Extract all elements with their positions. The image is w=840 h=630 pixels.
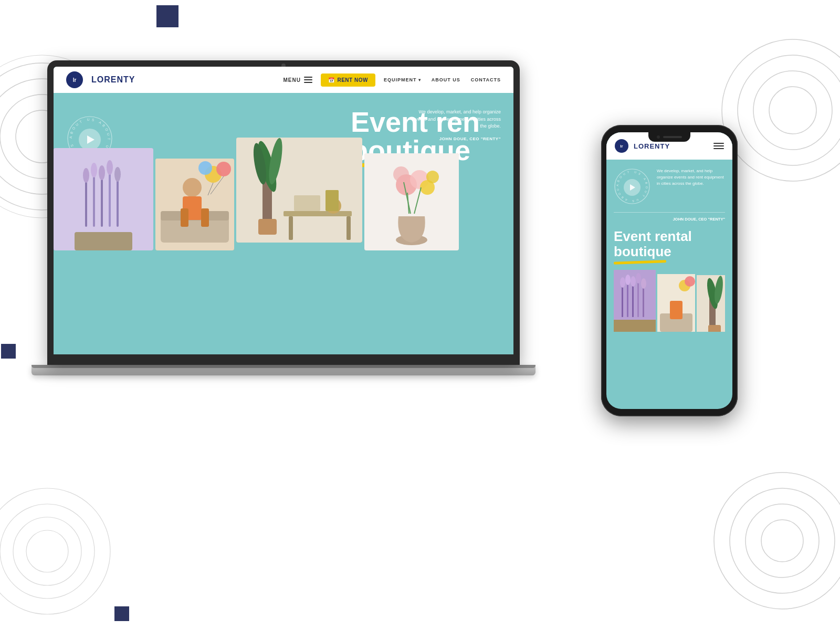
laptop-screen: lr LORENTY MENU 📅 RENT NOW EQUIPMENT bbox=[54, 67, 513, 354]
phone-about-circle[interactable]: ABOUT US ABOUT US ABOUT US A bbox=[614, 168, 650, 207]
svg-point-40 bbox=[198, 161, 212, 175]
flowers-svg bbox=[364, 153, 459, 250]
svg-point-39 bbox=[216, 162, 231, 176]
svg-point-28 bbox=[107, 160, 113, 175]
phone-image-collage bbox=[614, 264, 725, 332]
phone-logo-initial: lr bbox=[620, 144, 623, 149]
menu-line-1 bbox=[304, 77, 312, 78]
phone-frame: lr LORENTY bbox=[601, 125, 738, 416]
svg-point-12 bbox=[714, 472, 840, 609]
laptop-navbar: lr LORENTY MENU 📅 RENT NOW EQUIPMENT bbox=[54, 67, 513, 93]
decorative-square-3 bbox=[114, 606, 129, 621]
phone-plants-svg bbox=[697, 275, 725, 332]
phone-hero-text-block: We develop, market, and help organize ev… bbox=[657, 168, 725, 187]
svg-rect-89 bbox=[708, 325, 721, 332]
menu-line-3 bbox=[304, 82, 312, 83]
svg-point-27 bbox=[99, 165, 105, 180]
rent-label: RENT NOW bbox=[337, 77, 368, 83]
svg-point-25 bbox=[83, 168, 89, 183]
svg-point-10 bbox=[746, 504, 819, 578]
circles-right-bottom-decoration bbox=[709, 467, 840, 614]
svg-rect-50 bbox=[289, 216, 293, 240]
phone-play-button[interactable] bbox=[624, 179, 640, 196]
phone-play-icon bbox=[630, 184, 635, 191]
svg-point-6 bbox=[753, 71, 832, 150]
svg-rect-21 bbox=[93, 174, 95, 227]
laptop-nav-links: EQUIPMENT ABOUT US CONTACTS bbox=[384, 77, 501, 82]
calendar-icon: 📅 bbox=[328, 77, 335, 83]
laptop-logo-name: LORENTY bbox=[91, 75, 275, 85]
menu-label: MENU bbox=[284, 77, 301, 83]
svg-point-76 bbox=[636, 273, 641, 284]
svg-rect-30 bbox=[75, 232, 132, 250]
phone-menu-line-1 bbox=[713, 143, 724, 144]
phone-logo-badge: lr bbox=[615, 139, 628, 153]
svg-point-73 bbox=[620, 277, 625, 288]
svg-point-8 bbox=[722, 39, 840, 181]
phone-hero-title: Event rental boutique bbox=[614, 229, 725, 259]
svg-rect-20 bbox=[85, 180, 87, 227]
svg-rect-68 bbox=[622, 286, 623, 317]
logo-initial: lr bbox=[73, 77, 77, 83]
phone-hamburger-button[interactable] bbox=[713, 143, 724, 149]
svg-point-16 bbox=[0, 488, 110, 614]
phone-title-line1: Event rental bbox=[614, 228, 692, 244]
svg-rect-22 bbox=[101, 177, 103, 227]
laptop-mockup: lr LORENTY MENU 📅 RENT NOW EQUIPMENT bbox=[47, 60, 520, 386]
hero-title-line1: Event ren bbox=[351, 106, 480, 138]
phone-collage-lavender bbox=[614, 270, 656, 332]
svg-point-34 bbox=[183, 178, 202, 197]
svg-point-11 bbox=[730, 488, 835, 593]
phone-menu-line-3 bbox=[713, 148, 724, 149]
svg-rect-69 bbox=[627, 283, 628, 317]
svg-point-75 bbox=[631, 276, 636, 287]
phone-hero-title-block: Event rental boutique bbox=[614, 229, 725, 264]
collage-flowers-image bbox=[364, 153, 459, 250]
nav-contacts-link[interactable]: CONTACTS bbox=[471, 77, 501, 82]
laptop-logo-badge: lr bbox=[66, 71, 83, 88]
collage-lavender-image bbox=[54, 148, 153, 250]
phone-mockup: lr LORENTY bbox=[601, 125, 738, 416]
svg-point-5 bbox=[769, 87, 816, 134]
svg-point-9 bbox=[761, 520, 803, 562]
phone-menu-line-2 bbox=[713, 145, 724, 146]
svg-rect-24 bbox=[117, 178, 119, 227]
phone-lavender-svg bbox=[614, 270, 656, 332]
phone-kid-svg bbox=[657, 274, 695, 332]
svg-point-74 bbox=[625, 275, 631, 285]
svg-rect-36 bbox=[181, 208, 188, 227]
plants-svg bbox=[236, 138, 362, 243]
svg-rect-52 bbox=[294, 195, 320, 211]
decorative-square-1 bbox=[156, 5, 178, 27]
nav-about-link[interactable]: ABOUT US bbox=[432, 77, 460, 82]
svg-point-26 bbox=[91, 163, 97, 177]
phone-notch bbox=[648, 132, 690, 142]
menu-line-2 bbox=[304, 79, 312, 80]
laptop-menu-button[interactable]: MENU bbox=[284, 77, 312, 83]
svg-point-7 bbox=[738, 55, 840, 165]
phone-speaker bbox=[663, 136, 682, 138]
svg-rect-51 bbox=[346, 216, 351, 240]
rent-now-button[interactable]: 📅 RENT NOW bbox=[321, 74, 375, 87]
laptop-hero-section: ABOUT US ABOUT US ABOUT US ABOUT We deve… bbox=[54, 93, 513, 250]
decorative-square-2 bbox=[1, 344, 16, 359]
svg-rect-23 bbox=[109, 172, 111, 227]
phone-hero-ceo: JOHN DOUE, CEO "RENTY" bbox=[614, 212, 725, 222]
circles-bottom-left-decoration bbox=[0, 483, 116, 620]
svg-point-13 bbox=[26, 530, 68, 572]
svg-point-59 bbox=[393, 166, 409, 182]
phone-collage-kid bbox=[657, 274, 695, 332]
laptop-hinge bbox=[32, 365, 536, 368]
phone-hero-description: We develop, market, and help organize ev… bbox=[657, 168, 725, 187]
collage-plants-image bbox=[236, 138, 362, 243]
phone-logo-name: LORENTY bbox=[634, 142, 708, 150]
laptop-frame: lr LORENTY MENU 📅 RENT NOW EQUIPMENT bbox=[47, 60, 520, 365]
nav-equipment-link[interactable]: EQUIPMENT bbox=[384, 77, 421, 82]
svg-rect-71 bbox=[637, 281, 639, 317]
svg-rect-37 bbox=[201, 208, 209, 227]
svg-rect-54 bbox=[326, 190, 339, 211]
svg-point-77 bbox=[641, 278, 646, 289]
svg-rect-82 bbox=[670, 301, 682, 319]
phone-hero-section: ABOUT US ABOUT US ABOUT US A We develop,… bbox=[606, 160, 732, 340]
phone-screen: lr LORENTY bbox=[606, 132, 732, 409]
